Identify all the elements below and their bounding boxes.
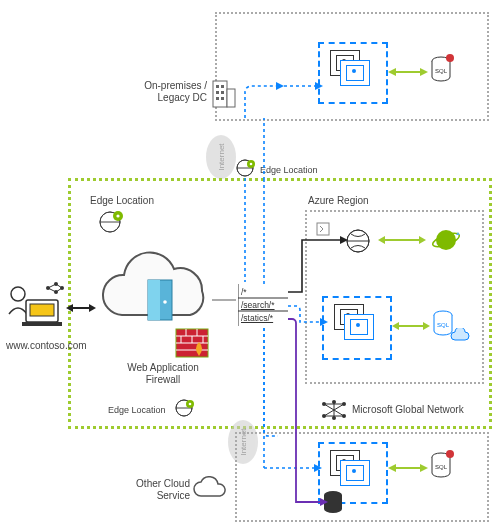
svg-marker-78 [315,82,323,90]
svg-marker-82 [320,498,328,506]
routing-lines [0,0,500,530]
svg-marker-80 [320,318,328,326]
svg-marker-81 [314,464,322,472]
svg-marker-77 [276,82,284,90]
svg-marker-79 [340,236,348,244]
